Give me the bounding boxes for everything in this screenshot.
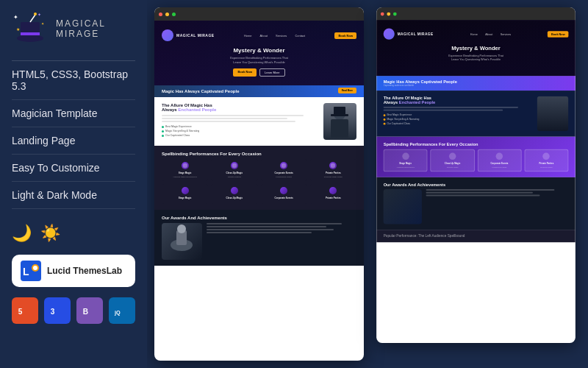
dark-mode-icon[interactable]: 🌙 xyxy=(12,224,32,243)
preview-content-1: MAGICAL MIRAGE Home About Services Conta… xyxy=(154,21,364,361)
mock-site-2: MAGICAL MIRAGE Home About Services Book … xyxy=(376,20,576,343)
light-mode-icon[interactable]: ☀️ xyxy=(40,224,60,243)
feature-item-2: Magician Template xyxy=(12,100,135,127)
svg-text:★: ★ xyxy=(16,27,20,32)
preview-col-2: MAGICAL MIRAGE Home About Services Book … xyxy=(376,7,576,343)
svg-text:✦: ✦ xyxy=(13,14,18,21)
feature-item-4: Easy To Customize xyxy=(12,155,135,182)
browser-dot-red-2 xyxy=(381,12,384,15)
browser-bar-2 xyxy=(376,7,576,20)
mock-nav-1: MAGICAL MIRAGE Home About Services Conta… xyxy=(162,29,356,41)
svg-point-21 xyxy=(182,163,187,168)
bootstrap-badge: B xyxy=(76,297,103,324)
mock-about-1: The Allure Of Magic HasAlways Enchanted … xyxy=(154,97,364,146)
css3-badge: 3 xyxy=(44,297,71,324)
mode-toggle[interactable]: 🌙 ☀️ xyxy=(12,221,135,243)
browser-dot-red xyxy=(159,13,162,16)
mock-blue-band-1: Magic Has Always Captivated People Read … xyxy=(154,85,364,97)
svg-text:jQ: jQ xyxy=(114,309,121,316)
browser-dot-green xyxy=(172,13,176,16)
svg-text:✦: ✦ xyxy=(37,13,41,17)
svg-text:L: L xyxy=(23,266,29,277)
feature-item-3: Landing Page xyxy=(12,127,135,155)
brand-logo-icon: ✦ ✦ ✦ ★ xyxy=(12,10,49,47)
browser-bar-1 xyxy=(154,7,364,21)
mock-performance-band: Popular Performance: The Left Audience S… xyxy=(376,230,576,242)
mock-awards-2: Our Awards And Achievements xyxy=(376,177,576,230)
lucid-label: Lucid ThemesLab xyxy=(47,266,122,276)
logo-area: ✦ ✦ ✦ ★ MAGICAL MIRAGE xyxy=(12,10,135,47)
feature-list: HTML5, CSS3, Bootstrap 5.3 Magician Temp… xyxy=(12,60,135,209)
svg-point-27 xyxy=(177,224,186,233)
jquery-badge: jQ xyxy=(109,297,135,324)
mock-services-2: Spellbinding Performances For Every Occa… xyxy=(376,137,576,177)
mock-hero-1: MAGICAL MIRAGE Home About Services Conta… xyxy=(154,21,364,85)
left-panel: ✦ ✦ ✦ ★ MAGICAL MIRAGE HTML5, CSS3, Boot… xyxy=(0,0,147,368)
svg-line-6 xyxy=(30,15,35,22)
lucid-badge[interactable]: L Lucid ThemesLab xyxy=(12,255,135,287)
brand-name: MAGICAL MIRAGE xyxy=(56,18,106,40)
svg-text:✦: ✦ xyxy=(41,21,44,26)
tech-badges: 5 3 B jQ xyxy=(12,297,135,324)
mock-services-1: Spellbinding Performances For Every Occa… xyxy=(154,146,364,210)
mock-hero-2: MAGICAL MIRAGE Home About Services Book … xyxy=(376,20,576,76)
feature-item-1: HTML5, CSS3, Bootstrap 5.3 xyxy=(12,61,135,100)
preview-col-1: MAGICAL MIRAGE Home About Services Conta… xyxy=(154,7,364,361)
svg-rect-4 xyxy=(21,22,40,38)
mock-nav-links: Home About Services Contact xyxy=(242,33,307,38)
svg-point-24 xyxy=(331,163,335,168)
service-card-1: Stage Magic Amazing stage performances xyxy=(162,159,208,181)
svg-rect-20 xyxy=(331,114,348,116)
service-card-3: Corporate Events Professional shows xyxy=(261,159,307,181)
svg-rect-5 xyxy=(21,32,40,35)
svg-rect-18 xyxy=(331,119,348,138)
browser-dot-green-2 xyxy=(393,12,397,15)
feature-item-5: Light & Dark Mode xyxy=(12,182,135,209)
lucid-logo-icon: L xyxy=(21,261,41,281)
mock-nav-logo: MAGICAL MIRAGE xyxy=(162,29,215,41)
svg-point-22 xyxy=(232,163,237,168)
preview-content-2: MAGICAL MIRAGE Home About Services Book … xyxy=(376,20,576,343)
service-card-2: Close-Up Magic Intimate illusions xyxy=(211,159,257,181)
svg-point-23 xyxy=(282,163,286,168)
mock-site-1: MAGICAL MIRAGE Home About Services Conta… xyxy=(154,21,364,361)
svg-point-7 xyxy=(34,13,37,15)
service-card-4: Private Parties Personal magic shows xyxy=(310,159,356,181)
svg-text:3: 3 xyxy=(51,308,55,316)
browser-dot-yellow xyxy=(165,13,169,16)
mock-services-grid-1: Stage Magic Amazing stage performances C… xyxy=(162,159,356,181)
mock-purple-band: Magic Has Always Captivated People Capti… xyxy=(376,76,576,91)
svg-point-12 xyxy=(33,266,37,270)
svg-text:B: B xyxy=(83,308,88,316)
mock-hero-content-1: Mystery & Wonder Experience Breathtaking… xyxy=(162,47,356,77)
mock-awards-1: Our Awards And Achievements xyxy=(154,210,364,266)
html5-badge: 5 xyxy=(12,297,38,324)
preview-area: MAGICAL MIRAGE Home About Services Conta… xyxy=(147,0,588,368)
svg-text:5: 5 xyxy=(18,308,23,316)
browser-dot-yellow-2 xyxy=(387,12,390,15)
mock-about-2: The Allure Of Magic HasAlways Enchanted … xyxy=(376,91,576,137)
